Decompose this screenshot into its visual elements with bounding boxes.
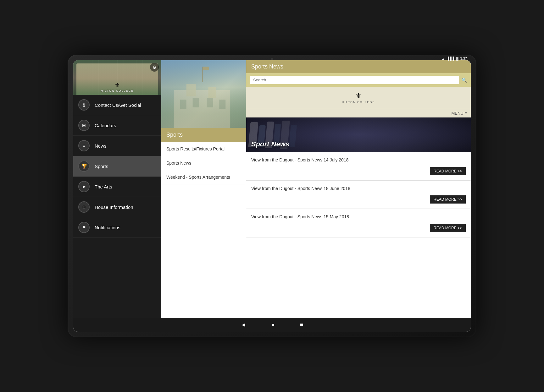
right-panel-header: Sports News — [246, 60, 471, 73]
right-panel: Sports News 🔍 ⚜ HILTON COLLEGE MENU ≡ — [246, 60, 471, 318]
flag-icon: ⚑ — [78, 222, 90, 233]
college-background: ⚜ HILTON COLLEGE — [73, 60, 161, 95]
news-item-1: View from the Dugout - Sports News 14 Ju… — [246, 152, 471, 181]
search-bar: 🔍 — [246, 73, 471, 87]
news-item-title-2: View from the Dugout - Sports News 18 Ju… — [251, 186, 466, 192]
news-list: View from the Dugout - Sports News 14 Ju… — [246, 152, 471, 318]
sidebar-label-calendars: Calendars — [95, 123, 116, 128]
svg-rect-1 — [186, 84, 196, 96]
sidebar-label-house: House Information — [95, 204, 133, 210]
sidebar-item-arts[interactable]: ▶ The Arts — [73, 177, 161, 197]
sidebar-item-sports[interactable]: 🏆 Sports — [73, 156, 161, 177]
screen: ⚜ HILTON COLLEGE ⚙ ℹ Cont — [73, 60, 471, 332]
front-camera — [271, 58, 273, 60]
sidebar-navigation: ℹ Contact Us/Get Social ⊞ Calendars ≡ — [73, 95, 161, 318]
signal-icon: ▐▐▐ — [447, 57, 454, 60]
read-more-button-3[interactable]: READ MORE >> — [430, 224, 466, 232]
svg-rect-4 — [193, 98, 199, 107]
news-icon: ≡ — [78, 140, 90, 151]
read-more-button-1[interactable]: READ MORE >> — [430, 167, 466, 175]
wifi-icon — [441, 57, 445, 60]
search-input[interactable] — [250, 76, 459, 84]
svg-rect-5 — [207, 98, 213, 107]
calendar-icon: ⊞ — [78, 120, 90, 131]
settings-button[interactable]: ⚙ — [150, 63, 159, 72]
status-bar: ▐▐▐ ▓ 3:37 — [441, 57, 467, 60]
middle-nav-item-arrangements[interactable]: Weekend - Sports Arrangements — [161, 170, 246, 184]
tablet-shell: ▐▐▐ ▓ 3:37 ⚜ HILTON COLLEGE — [68, 55, 476, 337]
read-more-button-2[interactable]: READ MORE >> — [430, 195, 466, 204]
news-item-2: View from the Dugout - Sports News 18 Ju… — [246, 181, 471, 209]
sidebar-item-calendars[interactable]: ⊞ Calendars — [73, 115, 161, 136]
menu-button[interactable]: MENU ≡ — [452, 111, 467, 116]
search-icon: 🔍 — [462, 78, 467, 83]
sidebar-label-news: News — [95, 143, 107, 149]
branding-college-name: HILTON COLLEGE — [342, 101, 375, 104]
sport-banner-title: Sport News — [251, 140, 289, 148]
recents-button[interactable]: ■ — [300, 322, 303, 328]
middle-nav-list: Sports Results/Fixtures Portal Sports Ne… — [161, 142, 246, 318]
building-icon: ⊞ — [78, 201, 90, 213]
sidebar-header: ⚜ HILTON COLLEGE ⚙ — [73, 60, 161, 95]
info-icon: ℹ — [78, 99, 90, 111]
sidebar-item-contact[interactable]: ℹ Contact Us/Get Social — [73, 95, 161, 115]
sidebar-label-notifications: Notifications — [95, 225, 120, 230]
svg-rect-2 — [208, 87, 216, 98]
middle-nav-item-results[interactable]: Sports Results/Fixtures Portal — [161, 142, 246, 156]
college-name-label: HILTON COLLEGE — [73, 89, 161, 92]
menu-bar: MENU ≡ — [246, 109, 471, 117]
news-item-3: View from the Dugout - Sports News 15 Ma… — [246, 209, 471, 237]
home-button[interactable]: ● — [271, 322, 275, 328]
battery-icon: ▓ — [456, 57, 458, 60]
branding-crest-icon: ⚜ — [355, 92, 362, 100]
middle-nav-item-sports-news[interactable]: Sports News — [161, 156, 246, 170]
play-icon: ▶ — [78, 181, 90, 192]
middle-panel: Sports Sports Results/Fixtures Portal Sp… — [161, 60, 246, 318]
middle-hero-image — [161, 60, 246, 128]
sidebar-item-news[interactable]: ≡ News — [73, 136, 161, 156]
sport-banner: Sport News — [246, 117, 471, 152]
sidebar-item-notifications[interactable]: ⚑ Notifications — [73, 217, 161, 238]
sidebar-item-house[interactable]: ⊞ House Information — [73, 197, 161, 217]
college-crest-icon: ⚜ — [73, 82, 161, 89]
svg-rect-3 — [180, 100, 186, 109]
sidebar-label-arts: The Arts — [95, 184, 112, 189]
news-item-title-3: View from the Dugout - Sports News 15 Ma… — [251, 214, 466, 220]
middle-section-title: Sports — [161, 128, 246, 142]
status-time: 3:37 — [460, 57, 467, 60]
trophy-icon: 🏆 — [78, 161, 90, 172]
svg-rect-6 — [219, 100, 225, 109]
sidebar-label-sports: Sports — [95, 164, 108, 169]
sidebar-label-contact: Contact Us/Get Social — [95, 102, 141, 108]
news-item-title-1: View from the Dugout - Sports News 14 Ju… — [251, 157, 466, 163]
right-panel-title: Sports News — [251, 63, 283, 70]
sidebar: ⚜ HILTON COLLEGE ⚙ ℹ Cont — [73, 60, 161, 318]
back-button[interactable]: ◄ — [241, 322, 246, 328]
right-branding: ⚜ HILTON COLLEGE — [246, 87, 471, 109]
gear-icon: ⚙ — [153, 65, 157, 70]
navigation-bar: ◄ ● ■ — [73, 318, 471, 332]
content-area: ⚜ HILTON COLLEGE ⚙ ℹ Cont — [73, 60, 471, 318]
